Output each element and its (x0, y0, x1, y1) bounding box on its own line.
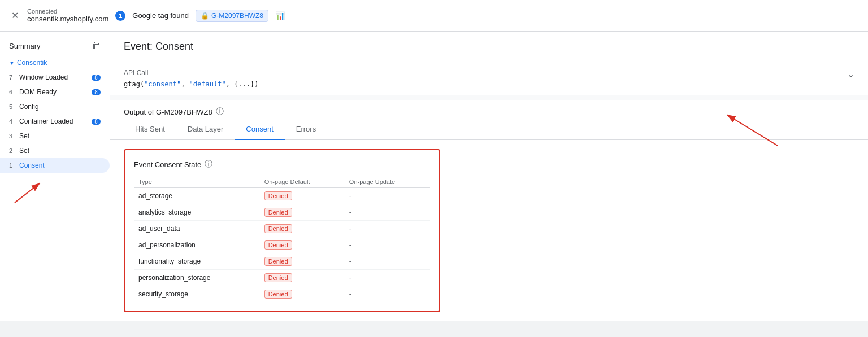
output-header: Output of G-M2097BHWZ8 ⓘ (110, 100, 868, 117)
item-num: 2 (9, 147, 16, 154)
item-num: 6 (9, 89, 16, 95)
item-badge: 8 (92, 89, 101, 95)
tab-content-consent: Event Consent State ⓘ Type On-page Defau… (110, 140, 868, 321)
item-name: Set (19, 132, 101, 140)
item-num: 3 (9, 133, 16, 139)
event-title: Event: Consent (124, 41, 193, 52)
cell-default: Denied (260, 270, 345, 286)
item-name: Window Loaded (19, 73, 88, 81)
cell-type: personalization_storage (134, 270, 260, 286)
cell-default: Denied (260, 237, 345, 253)
cell-type: ad_user_data (134, 221, 260, 237)
collapse-arrow-icon: ▼ (9, 60, 15, 66)
event-header: Event: Consent (110, 32, 868, 62)
cell-type: security_storage (134, 286, 260, 303)
consent-info-icon[interactable]: ⓘ (205, 159, 212, 169)
table-row: security_storage Denied - (134, 286, 430, 303)
cell-update: - (345, 237, 430, 253)
close-button[interactable]: ✕ (9, 10, 20, 21)
item-name: Set (19, 147, 101, 155)
sidebar-section: ▼ Consentik (0, 55, 110, 70)
summary-section[interactable]: Summary 🗑 (0, 36, 110, 55)
output-label: Output of G-M2097BHWZ8 (124, 108, 212, 116)
tag-count-badge: 1 (115, 11, 125, 21)
sidebar-arrow-container (0, 173, 110, 212)
sidebar-item-config[interactable]: 5 Config (0, 99, 110, 114)
shield-icon: 🔒 (201, 12, 209, 20)
cell-type: analytics_storage (134, 204, 260, 221)
tab-hits-sent[interactable]: Hits Sent (124, 119, 176, 140)
top-bar: ✕ Connected consentik.myshopify.com 1 Go… (0, 0, 868, 32)
col-update: On-page Update (345, 176, 430, 188)
content-area: Event: Consent API Call gtag("consent", … (110, 32, 868, 321)
sidebar-item-dom-ready[interactable]: 6 DOM Ready 8 (0, 85, 110, 99)
sidebar-item-set-3[interactable]: 3 Set (0, 129, 110, 143)
expand-button[interactable]: ⌄ (847, 69, 854, 80)
table-row: personalization_storage Denied - (134, 270, 430, 286)
item-name: Consent (19, 161, 101, 169)
item-num: 5 (9, 103, 16, 110)
cell-type: ad_storage (134, 188, 260, 204)
section-label: Consentik (17, 59, 47, 67)
sidebar-item-window-loaded[interactable]: 7 Window Loaded 8 (0, 70, 110, 85)
sidebar-item-container-loaded[interactable]: 4 Container Loaded 8 (0, 114, 110, 129)
tab-consent[interactable]: Consent (235, 119, 284, 140)
sidebar-item-set-2[interactable]: 2 Set (0, 143, 110, 158)
cell-update: - (345, 221, 430, 237)
tag-id-chip[interactable]: 🔒 G-M2097BHWZ8 (196, 10, 268, 22)
sidebar-item-consent[interactable]: 1 Consent (0, 158, 110, 173)
col-type: Type (134, 176, 260, 188)
main-layout: Summary 🗑 ▼ Consentik 7 Window Loaded 8 … (0, 32, 868, 321)
cell-default: Denied (260, 253, 345, 270)
item-num: 7 (9, 74, 16, 81)
cell-type: functionality_storage (134, 253, 260, 270)
api-call-section: API Call gtag("consent", "default", {...… (110, 62, 868, 95)
item-name: DOM Ready (19, 88, 88, 96)
cell-default: Denied (260, 204, 345, 221)
table-row: ad_user_data Denied - (134, 221, 430, 237)
cell-update: - (345, 188, 430, 204)
cell-type: ad_personalization (134, 237, 260, 253)
consent-state-title: Event Consent State ⓘ (134, 159, 430, 169)
consent-table: Type On-page Default On-page Update ad_s… (134, 176, 430, 302)
output-section: Output of G-M2097BHWZ8 ⓘ Hits Sent Data … (110, 100, 868, 321)
chart-icon[interactable]: 📊 (275, 11, 285, 20)
cell-update: - (345, 270, 430, 286)
col-default: On-page Default (260, 176, 345, 188)
site-info: Connected consentik.myshopify.com (27, 8, 108, 23)
item-badge: 8 (92, 75, 101, 81)
cell-default: Denied (260, 188, 345, 204)
tabs-bar: Hits Sent Data Layer Consent Errors (110, 119, 868, 140)
connected-label: Connected (27, 8, 108, 15)
consent-state-card: Event Consent State ⓘ Type On-page Defau… (124, 149, 440, 312)
sidebar: Summary 🗑 ▼ Consentik 7 Window Loaded 8 … (0, 32, 110, 321)
item-badge: 8 (92, 119, 101, 125)
svg-line-1 (15, 183, 40, 203)
tab-data-layer[interactable]: Data Layer (176, 119, 235, 140)
api-call-label: API Call (124, 69, 258, 77)
cell-update: - (345, 253, 430, 270)
cell-update: - (345, 204, 430, 221)
item-num: 4 (9, 118, 16, 125)
site-url: consentik.myshopify.com (27, 15, 108, 23)
table-row: functionality_storage Denied - (134, 253, 430, 270)
table-row: analytics_storage Denied - (134, 204, 430, 221)
tab-errors[interactable]: Errors (285, 119, 327, 140)
item-name: Container Loaded (19, 117, 88, 125)
item-name: Config (19, 103, 101, 111)
item-num: 1 (9, 162, 16, 169)
api-call-code: gtag("consent", "default", {...}) (124, 80, 258, 88)
cell-default: Denied (260, 221, 345, 237)
trash-icon[interactable]: 🗑 (92, 41, 101, 51)
cell-default: Denied (260, 286, 345, 303)
table-row: ad_storage Denied - (134, 188, 430, 204)
summary-label: Summary (9, 42, 41, 50)
cell-update: - (345, 286, 430, 303)
sidebar-red-arrow (9, 177, 54, 205)
google-tag-label: Google tag found (132, 11, 189, 20)
tag-id-text: G-M2097BHWZ8 (211, 12, 263, 20)
table-row: ad_personalization Denied - (134, 237, 430, 253)
info-icon[interactable]: ⓘ (216, 107, 224, 117)
